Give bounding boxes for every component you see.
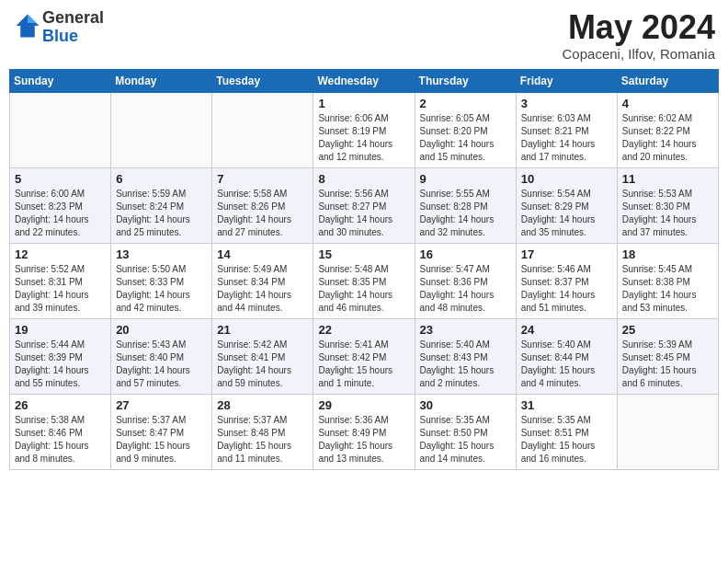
- day-header-wednesday: Wednesday: [313, 69, 415, 92]
- calendar-day-cell: 21Sunrise: 5:42 AM Sunset: 8:41 PM Dayli…: [212, 318, 313, 394]
- calendar-day-cell: 4Sunrise: 6:02 AM Sunset: 8:22 PM Daylig…: [617, 92, 718, 167]
- day-number: 30: [420, 398, 511, 412]
- day-info: Sunrise: 5:35 AM Sunset: 8:51 PM Dayligh…: [521, 414, 612, 465]
- calendar-day-cell: 22Sunrise: 5:41 AM Sunset: 8:42 PM Dayli…: [313, 318, 415, 394]
- day-info: Sunrise: 5:58 AM Sunset: 8:26 PM Dayligh…: [217, 188, 308, 239]
- calendar-day-cell: 15Sunrise: 5:48 AM Sunset: 8:35 PM Dayli…: [313, 243, 415, 318]
- day-number: 27: [116, 398, 207, 412]
- day-number: 21: [217, 323, 308, 337]
- calendar-day-cell: 3Sunrise: 6:03 AM Sunset: 8:21 PM Daylig…: [516, 92, 617, 167]
- calendar-week-row: 26Sunrise: 5:38 AM Sunset: 8:46 PM Dayli…: [10, 394, 719, 469]
- day-number: 24: [521, 323, 612, 337]
- calendar-day-cell: 29Sunrise: 5:36 AM Sunset: 8:49 PM Dayli…: [313, 394, 415, 469]
- calendar-day-cell: 13Sunrise: 5:50 AM Sunset: 8:33 PM Dayli…: [111, 243, 212, 318]
- day-info: Sunrise: 5:49 AM Sunset: 8:34 PM Dayligh…: [217, 263, 308, 315]
- day-header-monday: Monday: [111, 69, 212, 92]
- day-number: 14: [217, 247, 308, 261]
- calendar-header-row: SundayMondayTuesdayWednesdayThursdayFrid…: [10, 69, 719, 92]
- calendar-day-cell: 14Sunrise: 5:49 AM Sunset: 8:34 PM Dayli…: [212, 243, 313, 318]
- day-number: 17: [521, 247, 612, 261]
- calendar-day-cell: 18Sunrise: 5:45 AM Sunset: 8:38 PM Dayli…: [617, 243, 718, 318]
- day-number: 29: [318, 398, 409, 412]
- day-number: 6: [116, 172, 207, 186]
- calendar-day-cell: 6Sunrise: 5:59 AM Sunset: 8:24 PM Daylig…: [111, 167, 212, 243]
- calendar-day-cell: 8Sunrise: 5:56 AM Sunset: 8:27 PM Daylig…: [313, 167, 415, 243]
- day-info: Sunrise: 5:50 AM Sunset: 8:33 PM Dayligh…: [116, 263, 207, 315]
- calendar-day-cell: 5Sunrise: 6:00 AM Sunset: 8:23 PM Daylig…: [10, 167, 111, 243]
- day-info: Sunrise: 5:42 AM Sunset: 8:41 PM Dayligh…: [217, 339, 308, 390]
- day-info: Sunrise: 5:59 AM Sunset: 8:24 PM Dayligh…: [116, 188, 207, 239]
- day-number: 20: [116, 323, 207, 337]
- day-info: Sunrise: 5:53 AM Sunset: 8:30 PM Dayligh…: [622, 188, 713, 239]
- calendar-day-cell: [10, 92, 111, 167]
- day-info: Sunrise: 6:03 AM Sunset: 8:21 PM Dayligh…: [521, 112, 612, 164]
- day-number: 11: [622, 172, 713, 186]
- day-number: 2: [420, 97, 511, 110]
- day-info: Sunrise: 5:38 AM Sunset: 8:46 PM Dayligh…: [15, 414, 106, 465]
- day-info: Sunrise: 5:46 AM Sunset: 8:37 PM Dayligh…: [521, 263, 612, 315]
- day-header-thursday: Thursday: [415, 69, 516, 92]
- calendar-week-row: 1Sunrise: 6:06 AM Sunset: 8:19 PM Daylig…: [10, 92, 719, 167]
- calendar-day-cell: [617, 394, 718, 469]
- calendar-day-cell: 9Sunrise: 5:55 AM Sunset: 8:28 PM Daylig…: [415, 167, 516, 243]
- calendar-day-cell: 1Sunrise: 6:06 AM Sunset: 8:19 PM Daylig…: [313, 92, 415, 167]
- logo-general-text: General: [42, 8, 104, 27]
- logo-blue-text: Blue: [42, 27, 78, 45]
- day-info: Sunrise: 5:36 AM Sunset: 8:49 PM Dayligh…: [318, 414, 409, 465]
- location-text: Copaceni, Ilfov, Romania: [563, 46, 715, 62]
- day-number: 10: [521, 172, 612, 186]
- day-info: Sunrise: 5:39 AM Sunset: 8:45 PM Dayligh…: [622, 339, 713, 390]
- calendar-day-cell: 26Sunrise: 5:38 AM Sunset: 8:46 PM Dayli…: [10, 394, 111, 469]
- calendar-day-cell: [111, 92, 212, 167]
- page-header: General Blue May 2024 Copaceni, Ilfov, R…: [9, 9, 719, 62]
- day-header-tuesday: Tuesday: [212, 69, 313, 92]
- day-info: Sunrise: 5:35 AM Sunset: 8:50 PM Dayligh…: [420, 414, 511, 465]
- calendar-day-cell: 30Sunrise: 5:35 AM Sunset: 8:50 PM Dayli…: [415, 394, 516, 469]
- calendar-day-cell: 24Sunrise: 5:40 AM Sunset: 8:44 PM Dayli…: [516, 318, 617, 394]
- day-info: Sunrise: 5:37 AM Sunset: 8:47 PM Dayligh…: [116, 414, 207, 465]
- day-info: Sunrise: 5:45 AM Sunset: 8:38 PM Dayligh…: [622, 263, 713, 315]
- day-info: Sunrise: 6:02 AM Sunset: 8:22 PM Dayligh…: [622, 112, 713, 164]
- calendar-day-cell: 23Sunrise: 5:40 AM Sunset: 8:43 PM Dayli…: [415, 318, 516, 394]
- day-number: 1: [318, 97, 409, 110]
- month-title: May 2024: [563, 9, 715, 46]
- calendar-day-cell: 16Sunrise: 5:47 AM Sunset: 8:36 PM Dayli…: [415, 243, 516, 318]
- day-info: Sunrise: 5:41 AM Sunset: 8:42 PM Dayligh…: [318, 339, 409, 390]
- day-info: Sunrise: 5:43 AM Sunset: 8:40 PM Dayligh…: [116, 339, 207, 390]
- title-section: May 2024 Copaceni, Ilfov, Romania: [563, 9, 715, 62]
- day-number: 15: [318, 247, 409, 261]
- day-header-saturday: Saturday: [617, 69, 718, 92]
- day-number: 4: [622, 97, 713, 110]
- day-info: Sunrise: 5:37 AM Sunset: 8:48 PM Dayligh…: [217, 414, 308, 465]
- day-number: 13: [116, 247, 207, 261]
- day-header-sunday: Sunday: [10, 69, 111, 92]
- day-number: 19: [15, 323, 106, 337]
- calendar-week-row: 5Sunrise: 6:00 AM Sunset: 8:23 PM Daylig…: [10, 167, 719, 243]
- calendar-day-cell: 20Sunrise: 5:43 AM Sunset: 8:40 PM Dayli…: [111, 318, 212, 394]
- calendar-day-cell: 2Sunrise: 6:05 AM Sunset: 8:20 PM Daylig…: [415, 92, 516, 167]
- day-number: 12: [15, 247, 106, 261]
- calendar-day-cell: 7Sunrise: 5:58 AM Sunset: 8:26 PM Daylig…: [212, 167, 313, 243]
- day-info: Sunrise: 5:48 AM Sunset: 8:35 PM Dayligh…: [318, 263, 409, 315]
- day-number: 26: [15, 398, 106, 412]
- day-info: Sunrise: 6:05 AM Sunset: 8:20 PM Dayligh…: [420, 112, 511, 164]
- day-info: Sunrise: 5:40 AM Sunset: 8:44 PM Dayligh…: [521, 339, 612, 390]
- calendar-day-cell: 27Sunrise: 5:37 AM Sunset: 8:47 PM Dayli…: [111, 394, 212, 469]
- logo-icon: [15, 13, 40, 39]
- calendar-day-cell: 17Sunrise: 5:46 AM Sunset: 8:37 PM Dayli…: [516, 243, 617, 318]
- calendar-table: SundayMondayTuesdayWednesdayThursdayFrid…: [9, 69, 719, 470]
- calendar-day-cell: 19Sunrise: 5:44 AM Sunset: 8:39 PM Dayli…: [10, 318, 111, 394]
- day-number: 7: [217, 172, 308, 186]
- day-info: Sunrise: 5:40 AM Sunset: 8:43 PM Dayligh…: [420, 339, 511, 390]
- day-number: 3: [521, 97, 612, 110]
- calendar-day-cell: 11Sunrise: 5:53 AM Sunset: 8:30 PM Dayli…: [617, 167, 718, 243]
- day-number: 28: [217, 398, 308, 412]
- calendar-week-row: 12Sunrise: 5:52 AM Sunset: 8:31 PM Dayli…: [10, 243, 719, 318]
- day-number: 22: [318, 323, 409, 337]
- day-number: 18: [622, 247, 713, 261]
- day-info: Sunrise: 6:00 AM Sunset: 8:23 PM Dayligh…: [15, 188, 106, 239]
- day-number: 5: [15, 172, 106, 186]
- calendar-day-cell: 31Sunrise: 5:35 AM Sunset: 8:51 PM Dayli…: [516, 394, 617, 469]
- day-info: Sunrise: 5:56 AM Sunset: 8:27 PM Dayligh…: [318, 188, 409, 239]
- day-info: Sunrise: 5:55 AM Sunset: 8:28 PM Dayligh…: [420, 188, 511, 239]
